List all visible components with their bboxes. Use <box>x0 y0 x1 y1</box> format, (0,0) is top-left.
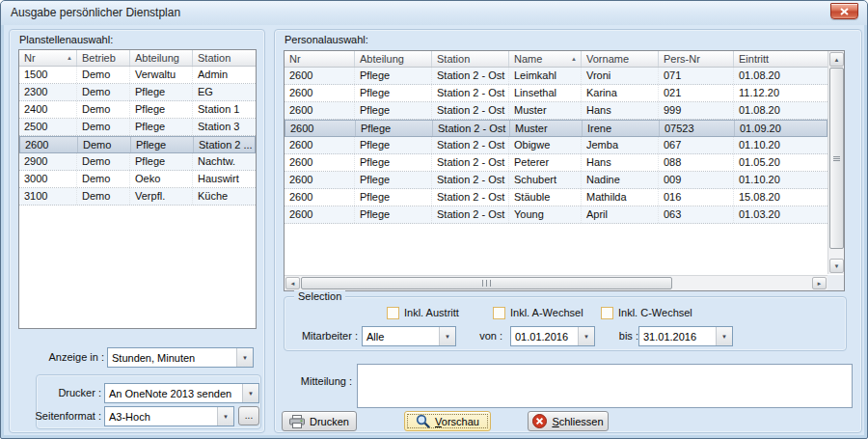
column-header-label: Nr <box>289 53 301 65</box>
table-row[interactable]: 2600PflegeStation 2 - OstMusterHans99901… <box>285 102 827 120</box>
table-row[interactable]: 2600PflegeStation 2 - OstSchubertNadine0… <box>285 172 827 189</box>
planstellen-table-body: 1500DemoVerwaltuAdmin2300DemoPflegeEG240… <box>19 67 256 206</box>
table-cell: Pflege <box>355 85 432 101</box>
table-cell: Stäuble <box>509 189 582 206</box>
table-cell: Muster <box>509 102 582 119</box>
vertical-scrollbar[interactable]: ▲ ▼ <box>827 51 844 274</box>
table-cell: April <box>582 206 659 223</box>
table-row[interactable]: 3100DemoVerpfl.Küche <box>19 188 256 206</box>
von-date-field[interactable]: 01.01.2016 ▼ <box>510 326 595 346</box>
table-cell: 01.10.20 <box>734 137 827 153</box>
planstellen-table: Nr▲BetriebAbteilungStation 1500DemoVerwa… <box>18 49 257 329</box>
horizontal-scrollbar[interactable]: ◄ ► <box>285 275 827 290</box>
table-cell: Oeko <box>130 171 193 187</box>
mitarbeiter-select[interactable]: Alle ▼ <box>362 326 456 346</box>
table-cell: 999 <box>659 102 734 119</box>
drucker-select[interactable]: An OneNote 2013 senden ▼ <box>104 383 259 403</box>
checkbox-inkl-a-wechsel[interactable]: Inkl. A-Wechsel <box>493 306 583 319</box>
table-cell: Demo <box>77 67 130 83</box>
column-header-betrieb[interactable]: Betrieb <box>77 50 130 66</box>
vorschau-button[interactable]: Vorschau <box>404 411 491 431</box>
chevron-down-icon: ▼ <box>445 334 450 340</box>
table-cell: 3000 <box>19 171 77 187</box>
table-cell: Pflege <box>355 206 432 223</box>
bis-date-field[interactable]: 31.01.2016 ▼ <box>638 326 733 346</box>
table-cell: Station 2 - Ost <box>432 189 509 206</box>
checkbox-inkl-austritt[interactable]: Inkl. Austritt <box>387 306 459 319</box>
table-row[interactable]: 2600PflegeStation 2 - OstStäubleMathilda… <box>285 189 827 206</box>
column-header-nr[interactable]: Nr▲ <box>19 50 77 66</box>
scroll-up-button[interactable]: ▲ <box>829 52 844 67</box>
table-cell: Station 2 - Ost <box>432 206 509 223</box>
planstellen-label: Planstellenauswahl: <box>19 34 113 45</box>
horizontal-scroll-thumb[interactable] <box>301 277 672 289</box>
table-row[interactable]: 2900DemoPflegeNachtw. <box>19 153 256 171</box>
column-header-name[interactable]: Name▲ <box>509 51 582 67</box>
table-cell: Pflege <box>355 189 432 206</box>
close-red-icon <box>532 414 547 428</box>
table-cell: Pflege <box>355 172 432 188</box>
table-cell: Pflege <box>130 84 193 100</box>
table-cell: 2600 <box>285 154 355 171</box>
table-row[interactable]: 2600PflegeStation 2 - OstLeimkahlVroni07… <box>285 68 827 85</box>
table-row[interactable]: 2600PflegeStation 2 - OstPetererHans0880… <box>285 154 827 172</box>
titlebar[interactable]: Ausgabe persönlicher Dienstplan <box>1 1 867 25</box>
column-header-pers-nr[interactable]: Pers-Nr <box>659 51 734 67</box>
table-row[interactable]: 2300DemoPflegeEG <box>19 84 256 101</box>
drucken-button[interactable]: Drucken <box>282 411 357 431</box>
anzeige-in-label: Anzeige in : <box>17 351 104 363</box>
column-header-station[interactable]: Station <box>193 50 256 66</box>
scroll-down-button[interactable]: ▼ <box>829 259 844 273</box>
table-row[interactable]: 3000DemoOekoHauswirt <box>19 171 256 188</box>
scrollbar-corner <box>827 275 844 290</box>
column-header-eintritt[interactable]: Eintritt <box>734 51 827 67</box>
column-header-abteilung[interactable]: Abteilung <box>130 50 193 66</box>
column-header-station[interactable]: Station <box>432 51 509 67</box>
table-cell: 021 <box>659 85 734 101</box>
drucker-value: An OneNote 2013 senden <box>105 388 242 399</box>
table-cell: Hans <box>582 154 659 171</box>
personal-table-header: NrAbteilungStationName▲VornamePers-NrEin… <box>285 51 827 68</box>
vertical-scroll-thumb[interactable] <box>829 68 844 249</box>
table-row[interactable]: 2600PflegeStation 2 - OstMusterIrene0752… <box>285 120 827 137</box>
personal-table: NrAbteilungStationName▲VornamePers-NrEin… <box>284 50 845 291</box>
table-row[interactable]: 2600PflegeStation 2 - OstYoungApril06301… <box>285 206 827 224</box>
table-cell: Demo <box>78 137 131 152</box>
bis-dropdown-button[interactable]: ▼ <box>716 327 732 345</box>
mitteilung-textarea[interactable] <box>357 364 853 408</box>
checkbox-inkl-c-wechsel[interactable]: Inkl. C-Wechsel <box>601 306 692 319</box>
table-cell: Pflege <box>355 102 432 119</box>
table-row[interactable]: 1500DemoVerwaltuAdmin <box>19 67 256 84</box>
bis-label: bis : <box>611 330 638 342</box>
table-cell: Mathilda <box>582 189 659 206</box>
table-row[interactable]: 2600DemoPflegeStation 2 ... <box>19 136 256 153</box>
table-row[interactable]: 2500DemoPflegeStation 3 <box>19 119 256 136</box>
drucker-dropdown-button[interactable]: ▼ <box>242 384 258 402</box>
table-row[interactable]: 2600PflegeStation 2 - OstObigweJemba0670… <box>285 137 827 154</box>
anzeige-in-dropdown-button[interactable]: ▼ <box>236 348 253 367</box>
scroll-left-button[interactable]: ◄ <box>285 277 300 289</box>
table-row[interactable]: 2400DemoPflegeStation 1 <box>19 101 256 119</box>
close-button[interactable] <box>830 3 858 19</box>
seitenformat-select[interactable]: A3-Hoch ▼ <box>104 406 234 426</box>
dialog-window: Ausgabe persönlicher Dienstplan Planstel… <box>0 0 868 439</box>
seitenformat-dropdown-button[interactable]: ▼ <box>217 407 233 425</box>
column-header-vorname[interactable]: Vorname <box>582 51 659 67</box>
column-header-nr[interactable]: Nr <box>285 51 355 67</box>
mitarbeiter-value: Alle <box>363 331 439 343</box>
table-cell: 016 <box>659 189 734 206</box>
table-row[interactable]: 2600PflegeStation 2 - OstLinsethalKarina… <box>285 85 827 102</box>
anzeige-in-select[interactable]: Stunden, Minuten ▼ <box>107 347 254 368</box>
bis-date-value: 31.01.2016 <box>639 331 716 343</box>
schliessen-button[interactable]: Schliessen <box>528 411 609 431</box>
scroll-right-button[interactable]: ► <box>812 277 827 289</box>
mitarbeiter-dropdown-button[interactable]: ▼ <box>439 327 455 345</box>
browse-button[interactable]: ... <box>238 406 259 425</box>
table-cell: Station 2 - Ost <box>432 172 509 188</box>
magnifier-icon <box>416 414 430 428</box>
table-cell: Nadine <box>582 172 659 188</box>
von-dropdown-button[interactable]: ▼ <box>578 327 594 345</box>
close-icon <box>840 8 849 15</box>
selection-legend: Selection <box>294 290 345 302</box>
column-header-abteilung[interactable]: Abteilung <box>355 51 432 67</box>
